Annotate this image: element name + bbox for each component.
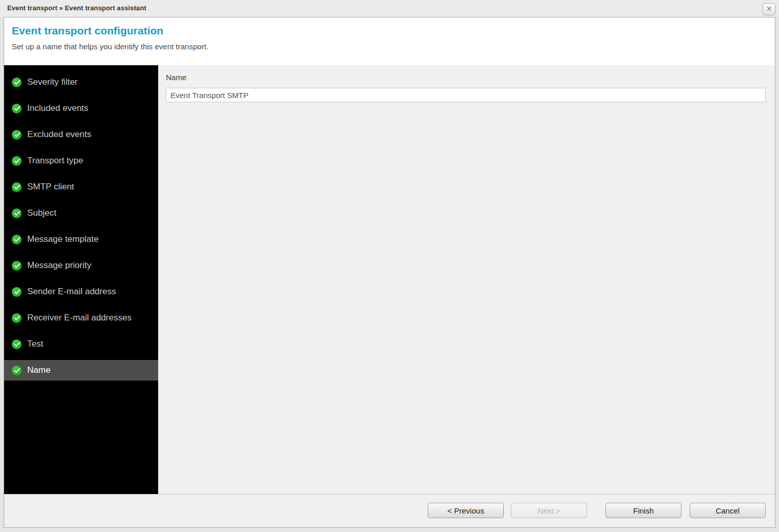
- step-label: Included events: [27, 103, 88, 113]
- step-label: Transport type: [27, 156, 83, 166]
- breadcrumb: Event transport » Event transport assist…: [7, 4, 146, 12]
- check-icon: [12, 104, 22, 113]
- step-content: Name: [158, 65, 775, 494]
- previous-button[interactable]: < Previous: [428, 503, 504, 518]
- step-label: Test: [27, 339, 43, 349]
- sidebar-item-transport-type[interactable]: Transport type: [4, 150, 158, 171]
- name-input[interactable]: [166, 88, 766, 102]
- wizard-header: Event transport configuration Set up a n…: [4, 17, 775, 65]
- step-label: Name: [27, 365, 50, 375]
- sidebar-item-severity-filter[interactable]: Severity filter: [4, 72, 158, 92]
- sidebar-item-receiver-email-addresses[interactable]: Receiver E-mail addresses: [4, 308, 158, 328]
- name-field-label: Name: [166, 73, 766, 82]
- step-label: SMTP client: [27, 182, 74, 192]
- cancel-button[interactable]: Cancel: [690, 503, 766, 518]
- step-label: Severity filter: [27, 77, 78, 87]
- check-icon: [12, 261, 22, 271]
- step-label: Receiver E-mail addresses: [27, 313, 131, 323]
- check-icon: [12, 313, 22, 323]
- step-label: Message template: [27, 234, 99, 244]
- check-icon: [12, 235, 22, 244]
- check-icon: [12, 366, 22, 375]
- wizard-footer: < Previous Next > Finish Cancel: [4, 494, 775, 527]
- title-bar: Event transport » Event transport assist…: [0, 0, 779, 17]
- step-label: Subject: [27, 208, 56, 218]
- check-icon: [12, 130, 22, 140]
- page-subtitle: Set up a name that helps you identify th…: [12, 42, 767, 51]
- sidebar-item-message-priority[interactable]: Message priority: [4, 255, 158, 276]
- sidebar-item-message-template[interactable]: Message template: [4, 229, 158, 250]
- check-icon: [12, 156, 22, 166]
- next-button[interactable]: Next >: [511, 503, 587, 518]
- sidebar-item-subject[interactable]: Subject: [4, 203, 158, 223]
- close-icon: ✕: [766, 5, 772, 13]
- step-label: Sender E-mail address: [27, 287, 116, 297]
- step-label: Excluded events: [27, 129, 91, 140]
- check-icon: [12, 287, 22, 297]
- check-icon: [12, 339, 22, 349]
- sidebar-item-name[interactable]: Name: [4, 360, 158, 381]
- page-title: Event transport configuration: [12, 25, 767, 37]
- wizard-dialog: Event transport configuration Set up a n…: [4, 17, 775, 528]
- sidebar-item-included-events[interactable]: Included events: [4, 98, 158, 119]
- close-button[interactable]: ✕: [763, 3, 775, 15]
- sidebar-item-excluded-events[interactable]: Excluded events: [4, 124, 158, 145]
- check-icon: [12, 78, 22, 87]
- wizard-steps-sidebar: Severity filter Included events Excluded…: [4, 65, 158, 494]
- check-icon: [12, 208, 22, 218]
- check-icon: [12, 182, 22, 192]
- finish-button[interactable]: Finish: [605, 503, 681, 518]
- sidebar-item-test[interactable]: Test: [4, 334, 158, 354]
- step-label: Message priority: [27, 260, 91, 271]
- sidebar-item-smtp-client[interactable]: SMTP client: [4, 177, 158, 197]
- sidebar-item-sender-email-address[interactable]: Sender E-mail address: [4, 281, 158, 302]
